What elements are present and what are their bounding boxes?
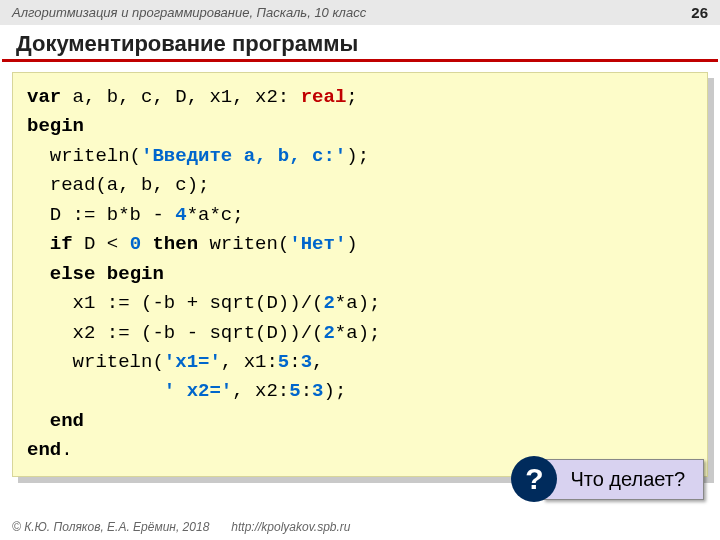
- decl-vars: a, b, c, D, x1, x2:: [61, 86, 300, 108]
- num-5a: 5: [278, 351, 289, 373]
- l9a: x2 := (-b - sqrt(D))/(: [27, 322, 323, 344]
- l6c: D <: [73, 233, 130, 255]
- l3c: );: [346, 145, 369, 167]
- l5c: *a*c;: [187, 204, 244, 226]
- l6a: [27, 233, 50, 255]
- l8a: x1 := (-b + sqrt(D))/(: [27, 292, 323, 314]
- num-0: 0: [130, 233, 141, 255]
- breadcrumb: Алгоритмизация и программирование, Паска…: [12, 5, 366, 20]
- l10c: , x1:: [221, 351, 278, 373]
- kw-end-outer: end: [27, 439, 61, 461]
- str-x2: ' x2=': [164, 380, 232, 402]
- footer-url: http://kpolyakov.spb.ru: [231, 520, 350, 534]
- semi1: ;: [346, 86, 357, 108]
- l10e: :: [289, 351, 300, 373]
- num-3b: 3: [312, 380, 323, 402]
- num-2b: 2: [323, 322, 334, 344]
- kw-begin: begin: [27, 115, 84, 137]
- kw-end-inner: end: [50, 410, 84, 432]
- question-text: Что делает?: [543, 459, 704, 500]
- l12a: [27, 410, 50, 432]
- l10a: writeln(: [27, 351, 164, 373]
- l11a: [27, 380, 164, 402]
- kw-var: var: [27, 86, 61, 108]
- l3a: writeln(: [27, 145, 141, 167]
- l11g: );: [323, 380, 346, 402]
- kw-then: then: [152, 233, 198, 255]
- copyright: © К.Ю. Поляков, Е.А. Ерёмин, 2018: [12, 520, 209, 534]
- l6i: ): [346, 233, 357, 255]
- l5a: D := b*b -: [27, 204, 175, 226]
- kw-if: if: [50, 233, 73, 255]
- code-container: var a, b, c, D, x1, x2: real; begin writ…: [12, 72, 708, 477]
- str-prompt: 'Введите a, b, c:': [141, 145, 346, 167]
- question-callout: ? Что делает?: [511, 456, 704, 502]
- l6g: writen(: [198, 233, 289, 255]
- num-4: 4: [175, 204, 186, 226]
- str-net: 'Нет': [289, 233, 346, 255]
- code-block: var a, b, c, D, x1, x2: real; begin writ…: [12, 72, 708, 477]
- dot: .: [61, 439, 72, 461]
- type-real: real: [301, 86, 347, 108]
- page-title: Документирование программы: [2, 25, 718, 62]
- page-number: 26: [691, 4, 708, 21]
- num-2a: 2: [323, 292, 334, 314]
- l9c: *a);: [335, 322, 381, 344]
- kw-else-begin: else begin: [50, 263, 164, 285]
- l6e: [141, 233, 152, 255]
- num-3a: 3: [301, 351, 312, 373]
- l4: read(a, b, c);: [27, 174, 209, 196]
- l11c: , x2:: [232, 380, 289, 402]
- footer: © К.Ю. Поляков, Е.А. Ерёмин, 2018 http:/…: [0, 514, 720, 540]
- num-5b: 5: [289, 380, 300, 402]
- str-x1: 'x1=': [164, 351, 221, 373]
- header: Алгоритмизация и программирование, Паска…: [0, 0, 720, 25]
- l8c: *a);: [335, 292, 381, 314]
- l7a: [27, 263, 50, 285]
- l11e: :: [301, 380, 312, 402]
- l10g: ,: [312, 351, 323, 373]
